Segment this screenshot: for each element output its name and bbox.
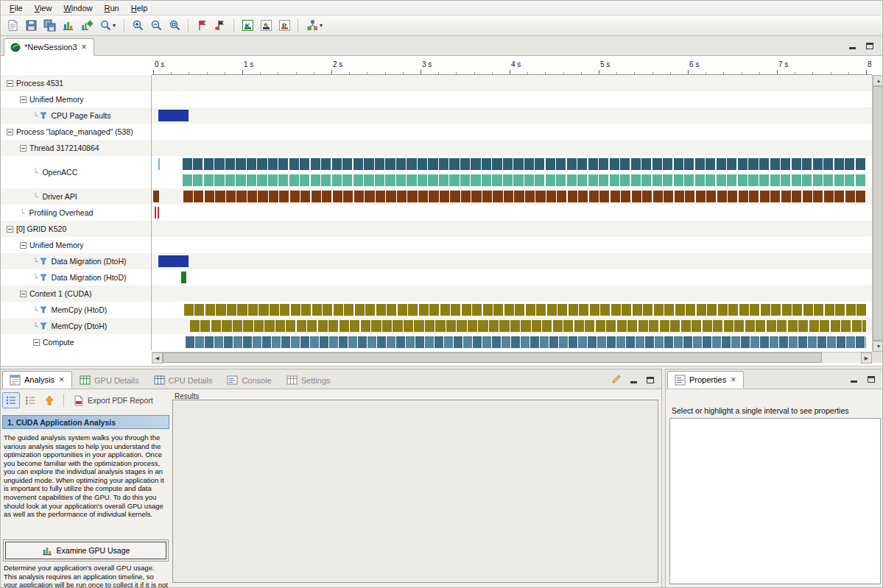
timeline-interval[interactable] bbox=[153, 191, 159, 202]
dropdown-caret[interactable]: ▾ bbox=[113, 22, 116, 29]
tool-zoom-out-icon[interactable] bbox=[147, 18, 165, 34]
timeline-row-header[interactable]: [0] GRID K520 bbox=[1, 221, 152, 237]
close-icon[interactable]: × bbox=[81, 43, 88, 51]
tab-gpu-details[interactable]: GPU Details bbox=[72, 371, 147, 389]
collapse-icon[interactable] bbox=[20, 145, 27, 152]
timeline-row-track[interactable] bbox=[152, 205, 872, 221]
timeline-row-header[interactable]: └OpenACC bbox=[1, 156, 152, 188]
menu-view[interactable]: View bbox=[29, 2, 58, 14]
timeline-row-track[interactable] bbox=[152, 188, 872, 205]
tool-save-icon[interactable] bbox=[22, 18, 40, 34]
close-icon[interactable]: × bbox=[58, 376, 65, 383]
collapse-icon[interactable] bbox=[7, 80, 13, 87]
timeline-row[interactable]: └Driver API bbox=[1, 188, 872, 205]
timeline-vertical-scrollbar[interactable]: ▲ ▼ bbox=[872, 75, 883, 352]
close-icon[interactable]: × bbox=[730, 376, 736, 383]
tool-new-session-icon[interactable] bbox=[4, 18, 21, 34]
timeline-row-track[interactable] bbox=[152, 91, 872, 107]
collapse-icon[interactable] bbox=[7, 226, 13, 233]
timeline-row[interactable]: [0] GRID K520 bbox=[1, 221, 872, 237]
timeline-interval[interactable] bbox=[186, 336, 866, 348]
timeline-row-header[interactable]: └Profiling Overhead bbox=[1, 205, 152, 221]
timeline-row-track[interactable] bbox=[152, 221, 872, 237]
minimize-icon[interactable] bbox=[848, 374, 859, 383]
collapse-icon[interactable] bbox=[20, 96, 27, 103]
filter-icon[interactable] bbox=[40, 258, 47, 265]
tool-save-all-icon[interactable] bbox=[41, 18, 58, 34]
tab-properties[interactable]: Properties × bbox=[667, 371, 744, 389]
guided-analysis-icon[interactable] bbox=[2, 392, 20, 408]
filter-icon[interactable] bbox=[40, 274, 47, 281]
tool-export-chart-icon[interactable] bbox=[77, 18, 95, 34]
timeline-interval[interactable] bbox=[158, 110, 189, 121]
timeline-interval[interactable] bbox=[190, 320, 866, 332]
timeline-row[interactable]: Unified Memory bbox=[1, 91, 872, 107]
timeline-row[interactable]: └Data Migration (HtoD) bbox=[1, 269, 872, 286]
timeline-row-header[interactable]: └MemCpy (DtoH) bbox=[1, 318, 152, 334]
timeline-row[interactable]: └Data Migration (DtoH) bbox=[1, 253, 872, 269]
tool-process-mode-icon[interactable]: P bbox=[275, 18, 293, 34]
timeline-row-track[interactable] bbox=[152, 253, 872, 269]
timeline-row[interactable]: Process 4531 bbox=[1, 75, 872, 91]
examine-gpu-usage-button[interactable]: Examine GPU Usage bbox=[5, 542, 166, 559]
tool-kernel-mode-icon[interactable]: K bbox=[239, 18, 256, 34]
view-menu-icon[interactable] bbox=[611, 374, 622, 384]
timeline-row[interactable]: └Profiling Overhead bbox=[1, 205, 872, 221]
timeline-interval[interactable] bbox=[158, 158, 160, 170]
tab-console[interactable]: Console bbox=[219, 371, 278, 389]
timeline-horizontal-scrollbar[interactable]: ◀ ▶ bbox=[152, 352, 872, 363]
tab-settings[interactable]: Settings bbox=[279, 371, 338, 389]
minimize-icon[interactable] bbox=[847, 40, 857, 49]
tool-zoom-in-icon[interactable] bbox=[129, 18, 147, 34]
scroll-up-icon[interactable]: ▲ bbox=[873, 75, 883, 86]
timeline-row-header[interactable]: └MemCpy (HtoD) bbox=[1, 302, 152, 318]
timeline-interval[interactable] bbox=[183, 158, 866, 170]
timeline-interval[interactable] bbox=[158, 255, 189, 267]
timeline-row-track[interactable] bbox=[152, 124, 872, 140]
timeline-row-header[interactable]: └CPU Page Faults bbox=[1, 107, 152, 124]
timeline-row-track[interactable] bbox=[152, 269, 872, 286]
timeline-row[interactable]: Compute bbox=[1, 334, 872, 350]
tool-stream-mode-icon[interactable]: S bbox=[257, 18, 275, 34]
tool-marker-reset-icon[interactable] bbox=[211, 18, 229, 34]
tab-cpu-details[interactable]: CPU Details bbox=[147, 371, 220, 389]
maximize-icon[interactable] bbox=[865, 40, 875, 49]
menu-file[interactable]: File bbox=[4, 2, 29, 14]
timeline-ruler[interactable]: 0 s1 s2 s3 s4 s5 s6 s7 s8 bbox=[152, 59, 872, 75]
timeline-row-track[interactable] bbox=[152, 286, 872, 302]
promote-icon[interactable] bbox=[41, 392, 58, 408]
timeline-interval[interactable] bbox=[155, 207, 156, 219]
maximize-icon[interactable] bbox=[866, 374, 876, 383]
timeline-row-track[interactable] bbox=[152, 140, 872, 156]
timeline-interval[interactable] bbox=[158, 207, 159, 219]
menu-run[interactable]: Run bbox=[99, 2, 125, 14]
timeline-row-track[interactable] bbox=[152, 156, 872, 188]
timeline-row[interactable]: └MemCpy (DtoH) bbox=[1, 318, 872, 334]
horizontal-scroll-thumb[interactable] bbox=[163, 353, 822, 363]
timeline-row[interactable]: └MemCpy (HtoD) bbox=[1, 302, 872, 318]
timeline-row[interactable]: └CPU Page Faults bbox=[1, 107, 872, 124]
dropdown-caret[interactable]: ▾ bbox=[320, 22, 323, 29]
tool-search-icon[interactable]: ▾ bbox=[96, 18, 119, 34]
scroll-left-icon[interactable]: ◀ bbox=[152, 353, 163, 364]
scroll-track[interactable] bbox=[822, 353, 861, 363]
timeline-row-header[interactable]: Unified Memory bbox=[1, 237, 152, 253]
tab-session[interactable]: *NewSession3 × bbox=[4, 38, 94, 56]
timeline-row-track[interactable] bbox=[152, 237, 872, 253]
export-pdf-button[interactable]: Export PDF Report bbox=[69, 394, 158, 408]
timeline-row-header[interactable]: └Data Migration (DtoH) bbox=[1, 253, 152, 269]
timeline-row-header[interactable]: └Driver API bbox=[1, 188, 152, 205]
timeline-row-header[interactable]: Process 4531 bbox=[1, 75, 152, 91]
timeline-interval[interactable] bbox=[183, 174, 866, 186]
timeline-row-header[interactable]: Thread 3172140864 bbox=[1, 140, 152, 156]
timeline-row[interactable]: └OpenACC bbox=[1, 156, 872, 188]
filter-icon[interactable] bbox=[40, 112, 47, 119]
timeline-row-track[interactable] bbox=[152, 107, 872, 124]
timeline-row[interactable]: Unified Memory bbox=[1, 237, 872, 253]
timeline-row-track[interactable] bbox=[152, 318, 872, 334]
collapse-icon[interactable] bbox=[33, 339, 40, 346]
timeline-row-track[interactable] bbox=[152, 75, 872, 91]
vertical-scroll-thumb[interactable] bbox=[873, 86, 883, 341]
timeline-row-track[interactable] bbox=[152, 334, 872, 350]
unguided-analysis-icon[interactable] bbox=[21, 392, 39, 408]
